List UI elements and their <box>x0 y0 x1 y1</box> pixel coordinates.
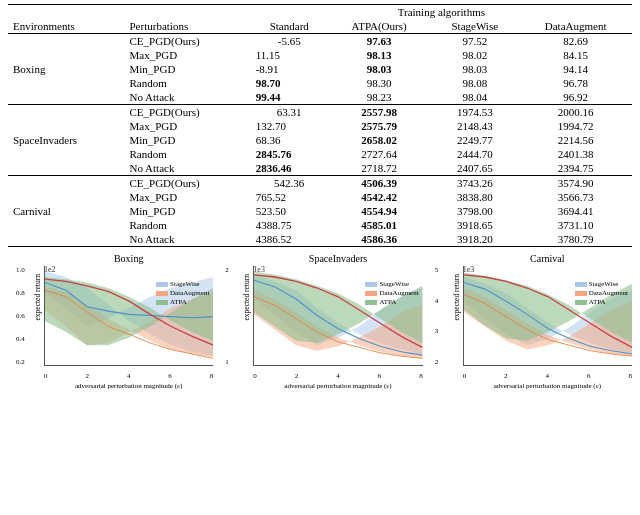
pert-col-header: Perturbations <box>125 19 251 34</box>
pert-cell: Min_PGD <box>125 62 251 76</box>
boxing-legend-stagewise: StageWise <box>156 280 209 288</box>
carnival-x-label: adversarial perturbation magnitude (ε) <box>463 382 632 390</box>
pert-cell: Max_PGD <box>125 190 251 204</box>
header-row-2: Environments Perturbations Standard ATPA… <box>8 19 632 34</box>
env-cell: Carnival <box>8 176 125 247</box>
stagewise-cell: 98.03 <box>430 62 519 76</box>
boxing-legend-dataaugment-color <box>156 291 168 296</box>
standard-cell: 2836.46 <box>251 161 328 176</box>
spaceinvaders-legend-stagewise-label: StageWise <box>379 280 409 288</box>
spaceinvaders-legend-dataaugment: DataAugment <box>365 289 418 297</box>
results-table: Training algorithms Environments Perturb… <box>8 4 632 247</box>
carnival-legend-stagewise-color <box>575 282 587 287</box>
atpa-cell: 2658.02 <box>328 133 430 147</box>
spaceinvaders-legend-atpa-color <box>365 300 377 305</box>
atpa-cell: 4554.94 <box>328 204 430 218</box>
stagewise-cell: 3918.65 <box>430 218 519 232</box>
dataaugment-cell: 96.92 <box>519 90 632 105</box>
boxing-legend-stagewise-label: StageWise <box>170 280 200 288</box>
spaceinvaders-legend-dataaugment-label: DataAugment <box>379 289 418 297</box>
stagewise-cell: 3918.20 <box>430 232 519 247</box>
stagewise-cell: 3743.26 <box>430 176 519 191</box>
atpa-cell: 98.13 <box>328 48 430 62</box>
standard-cell: 63.31 <box>251 105 328 120</box>
atpa-cell: 2557.98 <box>328 105 430 120</box>
carnival-chart-title: Carnival <box>463 253 632 264</box>
stagewise-cell: 2148.43 <box>430 119 519 133</box>
dataaugment-cell: 1994.72 <box>519 119 632 133</box>
standard-cell: 4388.75 <box>251 218 328 232</box>
standard-cell: 2845.76 <box>251 147 328 161</box>
carnival-chart-area: expected return StageWise <box>463 266 632 366</box>
spaceinvaders-x-ticks: 0 2 4 6 8 <box>253 372 422 380</box>
stagewise-cell: 2444.70 <box>430 147 519 161</box>
boxing-legend-dataaugment: DataAugment <box>156 289 209 297</box>
atpa-cell: 4542.42 <box>328 190 430 204</box>
atpa-cell: 2718.72 <box>328 161 430 176</box>
dataaugment-cell: 84.15 <box>519 48 632 62</box>
standard-cell: 99.44 <box>251 90 328 105</box>
standard-cell: 4386.52 <box>251 232 328 247</box>
pert-cell: Random <box>125 76 251 90</box>
table-row: CarnivalCE_PGD(Ours)542.364506.393743.26… <box>8 176 632 191</box>
carnival-legend-dataaugment-color <box>575 291 587 296</box>
spaceinvaders-legend-stagewise: StageWise <box>365 280 418 288</box>
boxing-x-ticks: 0 2 4 6 8 <box>44 372 213 380</box>
dataaugment-cell: 3780.79 <box>519 232 632 247</box>
carnival-legend-atpa-color <box>575 300 587 305</box>
standard-cell: 765.52 <box>251 190 328 204</box>
dataaugment-col-header: DataAugment <box>519 19 632 34</box>
spaceinvaders-y-ticks: 2 1 <box>225 266 229 366</box>
atpa-cell: 4585.01 <box>328 218 430 232</box>
pert-cell: Max_PGD <box>125 119 251 133</box>
env-col-header: Environments <box>8 19 125 34</box>
atpa-col-header: ATPA(Ours) <box>328 19 430 34</box>
pert-cell: Min_PGD <box>125 204 251 218</box>
carnival-legend-atpa-label: ATPA <box>589 298 606 306</box>
standard-cell: -8.91 <box>251 62 328 76</box>
standard-col-header: Standard <box>251 19 328 34</box>
carnival-y-ticks: 5 4 3 2 <box>435 266 439 366</box>
spaceinvaders-x-label: adversarial perturbation magnitude (ε) <box>253 382 422 390</box>
pert-cell: Random <box>125 218 251 232</box>
standard-cell: 68.36 <box>251 133 328 147</box>
dataaugment-cell: 3731.10 <box>519 218 632 232</box>
stagewise-cell: 2249.77 <box>430 133 519 147</box>
standard-cell: 542.36 <box>251 176 328 191</box>
atpa-cell: 97.63 <box>328 34 430 49</box>
boxing-y-label: expected return <box>33 274 42 320</box>
table-body: BoxingCE_PGD(Ours)-5.6597.6397.5282.69Ma… <box>8 34 632 247</box>
boxing-x-label: adversarial perturbation magnitude (ε) <box>44 382 213 390</box>
atpa-cell: 4586.36 <box>328 232 430 247</box>
stagewise-cell: 97.52 <box>430 34 519 49</box>
dataaugment-cell: 2214.56 <box>519 133 632 147</box>
stagewise-cell: 2407.65 <box>430 161 519 176</box>
pert-cell: CE_PGD(Ours) <box>125 176 251 191</box>
spaceinvaders-legend-dataaugment-color <box>365 291 377 296</box>
stagewise-cell: 3798.00 <box>430 204 519 218</box>
dataaugment-cell: 2000.16 <box>519 105 632 120</box>
stagewise-cell: 98.02 <box>430 48 519 62</box>
boxing-y-ticks: 1.0 0.8 0.6 0.4 0.2 <box>16 266 25 366</box>
table-section: Training algorithms Environments Perturb… <box>8 4 632 247</box>
carnival-legend-dataaugment-label: DataAugment <box>589 289 628 297</box>
spaceinvaders-chart-area: expected return StageWise <box>253 266 422 366</box>
spaceinvaders-legend: StageWise DataAugment ATPA <box>365 280 418 307</box>
standard-cell: 11.15 <box>251 48 328 62</box>
boxing-legend-atpa: ATPA <box>156 298 209 306</box>
standard-cell: 98.70 <box>251 76 328 90</box>
charts-section: 1e2 Boxing expected return <box>8 253 632 393</box>
dataaugment-cell: 2394.75 <box>519 161 632 176</box>
pert-cell: Random <box>125 147 251 161</box>
pert-cell: CE_PGD(Ours) <box>125 105 251 120</box>
boxing-legend-atpa-label: ATPA <box>170 298 187 306</box>
dataaugment-cell: 82.69 <box>519 34 632 49</box>
boxing-chart: 1e2 Boxing expected return <box>8 253 213 393</box>
dataaugment-cell: 3694.41 <box>519 204 632 218</box>
standard-cell: 132.70 <box>251 119 328 133</box>
pert-cell: Max_PGD <box>125 48 251 62</box>
boxing-legend-atpa-color <box>156 300 168 305</box>
atpa-cell: 98.23 <box>328 90 430 105</box>
standard-cell: -5.65 <box>251 34 328 49</box>
carnival-legend-stagewise-label: StageWise <box>589 280 619 288</box>
